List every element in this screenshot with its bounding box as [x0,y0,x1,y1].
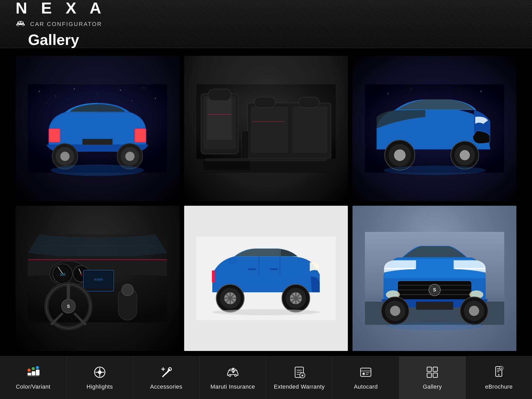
warranty-icon: ★ [292,365,306,381]
svg-rect-119 [32,371,35,375]
nav-item-color-variant[interactable]: Color/Variant [0,356,66,399]
svg-point-45 [411,89,411,89]
nexa-logo: N E X A [16,0,516,17]
svg-text:e: e [501,367,502,370]
svg-rect-82 [212,270,215,282]
nav-item-highlights[interactable]: Highlights [66,356,133,399]
nav-label-highlights: Highlights [87,383,113,390]
gallery-item-dashboard[interactable]: 100 3 AUDIO S [16,206,179,351]
nav-label-accessories: Accessories [150,383,182,390]
svg-rect-145 [433,367,437,371]
svg-rect-42 [206,159,327,161]
svg-point-26 [125,152,135,161]
svg-rect-17 [135,129,146,142]
svg-text:S: S [67,304,70,309]
svg-text:100: 100 [60,273,65,276]
autocard-icon [359,365,373,381]
svg-rect-80 [248,268,256,270]
gallery-grid: 100 3 AUDIO S [0,48,532,356]
svg-point-75 [122,284,134,296]
gallery-item-car-rear[interactable] [16,56,179,201]
svg-rect-147 [433,373,437,377]
svg-point-23 [60,152,70,161]
svg-rect-139 [361,368,371,376]
svg-point-0 [17,24,19,26]
gallery-item-interior-seats[interactable] [184,56,348,201]
svg-point-113 [390,306,400,316]
svg-point-8 [97,94,98,94]
nav-item-accessories[interactable]: Accessories [133,356,200,399]
svg-point-123 [36,366,39,369]
svg-point-10 [144,88,144,88]
svg-point-53 [383,165,486,175]
svg-point-121 [28,369,31,372]
svg-rect-3 [21,22,23,23]
accessories-icon [159,365,173,381]
svg-point-125 [98,370,102,374]
svg-text:★: ★ [301,373,304,377]
nav-label-ebrochure: eBrochure [485,383,513,390]
svg-point-116 [469,306,479,316]
svg-point-27 [51,164,144,176]
svg-rect-144 [427,367,431,371]
gallery-item-car-front[interactable]: S [353,206,516,351]
svg-point-7 [74,89,75,89]
highlights-icon [93,365,107,381]
gallery-item-car-front-angle[interactable] [353,56,516,201]
svg-point-122 [32,367,35,370]
nav-label-maruti-insurance: Maruti Insurance [210,383,255,390]
svg-rect-100 [385,268,415,269]
nav-label-autocard: Autocard [354,383,378,390]
svg-point-52 [460,150,470,160]
bottom-nav: Color/Variant Highlights Accessories [0,356,532,399]
svg-text:AUDIO: AUDIO [94,278,103,281]
svg-rect-140 [361,370,371,372]
svg-point-1 [22,24,24,26]
svg-point-46 [481,91,481,92]
svg-point-5 [39,91,40,92]
svg-point-11 [155,98,156,99]
svg-rect-76 [28,259,167,260]
svg-rect-38 [298,97,319,108]
nav-item-gallery[interactable]: Gallery [399,356,466,399]
gallery-icon [425,365,439,381]
svg-rect-120 [36,370,39,375]
svg-rect-15 [49,129,60,142]
gallery-item-car-side[interactable] [184,206,348,351]
nav-item-extended-warranty[interactable]: ★ Extended Warranty [266,356,333,399]
svg-point-9 [120,90,121,91]
nav-item-maruti-insurance[interactable]: Maruti Insurance [200,356,266,399]
color-variant-icon [26,365,40,381]
svg-text:S: S [433,287,436,292]
configurator-label: CAR CONFIGURATOR [30,21,102,28]
nav-label-color-variant: Color/Variant [16,383,50,390]
nav-label-extended-warranty: Extended Warranty [274,383,325,390]
svg-point-97 [212,309,320,315]
svg-point-141 [362,373,365,375]
svg-rect-101 [455,268,485,269]
svg-point-131 [229,375,230,376]
svg-point-152 [498,374,500,375]
ebrochure-icon: e [492,365,506,381]
svg-rect-118 [28,373,31,375]
svg-point-13 [132,100,132,101]
svg-rect-35 [293,107,328,153]
svg-point-132 [235,375,236,376]
svg-point-44 [388,93,389,94]
svg-point-117 [386,322,483,330]
page-title: Gallery [28,31,516,48]
svg-point-6 [56,96,56,96]
svg-rect-110 [416,302,453,310]
svg-rect-32 [208,89,231,101]
nav-item-ebrochure[interactable]: e eBrochure [466,356,532,399]
svg-point-49 [394,149,405,161]
svg-rect-37 [254,97,275,108]
car-icon [16,20,25,29]
svg-rect-2 [18,22,20,23]
car-configurator-row: CAR CONFIGURATOR [16,20,516,29]
nav-item-autocard[interactable]: Autocard [333,356,399,399]
nav-label-gallery: Gallery [423,383,442,390]
svg-rect-34 [251,107,288,153]
svg-rect-39 [203,161,250,170]
svg-rect-146 [427,373,431,377]
